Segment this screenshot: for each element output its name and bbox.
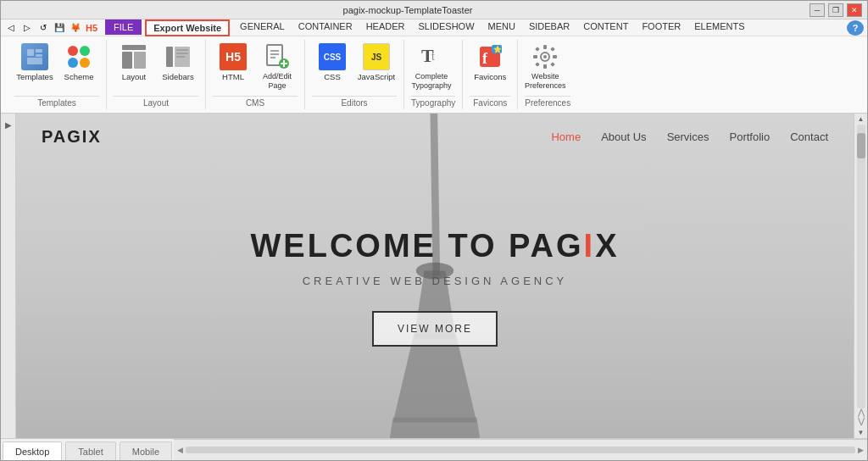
scheme-icon [65,43,92,70]
svg-rect-32 [550,47,555,52]
scroll-h-track[interactable] [186,447,855,453]
ribbon-group-preferences-items: WebsitePreferences [525,40,570,94]
addpage-button[interactable]: Add/EditPage [257,40,298,94]
bottombar: Desktop Tablet Mobile ◀ ▶ [1,438,867,460]
main-area: ▶ [1,114,867,438]
toolbar-icons: ◁ ▷ ↺ 💾 🦊 H5 [4,21,98,35]
menu-container[interactable]: CONTAINER [292,19,359,36]
scheme-button[interactable]: Scheme [58,40,99,85]
horizontal-scrollbar: ◀ ▶ [174,439,867,460]
scroll-double-down[interactable]: ⋁ [858,417,865,425]
favicons-label: Favicons [474,72,506,81]
addpage-icon [264,43,291,70]
ribbon-group-preferences: WebsitePreferences Preferences [518,40,577,109]
save-icon[interactable]: 💾 [53,21,66,35]
ribbon-group-typography: T t CompleteTypography Typography [404,40,463,109]
menu-elements[interactable]: ELEMENTS [687,19,751,36]
menu-header[interactable]: HEADER [359,19,412,36]
svg-rect-34 [550,62,555,67]
sidebar-toggle[interactable]: ▶ [1,114,16,438]
scroll-down-button[interactable]: ▼ [858,429,865,436]
refresh-icon[interactable]: ↺ [36,21,50,35]
sidebars-icon [164,43,192,70]
export-website-button[interactable]: Export Website [145,19,230,36]
css-label: CSS [324,72,341,81]
svg-rect-33 [535,62,540,67]
firefox-icon[interactable]: 🦊 [69,21,82,35]
svg-rect-27 [543,45,547,49]
ribbon-group-cms-items: H5 HTML [213,40,298,94]
svg-rect-4 [122,45,146,50]
scroll-up-button[interactable]: ▲ [858,115,865,123]
layout-icon [120,43,147,70]
nav-item-about[interactable]: About Us [601,131,646,143]
javascript-button[interactable]: JS JavaScript [356,40,397,85]
scroll-right-button[interactable]: ▶ [858,446,864,454]
svg-rect-28 [543,64,547,69]
scroll-thumb[interactable] [857,133,865,158]
html-label: HTML [222,72,244,81]
help-button[interactable]: ? [847,20,864,36]
menu-sidebar[interactable]: SIDEBAR [522,19,576,36]
hero-title-prefix: WELCOME TO PAG [250,228,583,264]
ribbon-group-layout: Layout Sidebars [107,40,206,109]
svg-rect-29 [533,55,537,58]
svg-marker-39 [382,417,487,438]
website-preview: PAGIX Home About Us Services Portfolio C… [16,114,854,438]
tab-mobile[interactable]: Mobile [120,442,172,460]
site-logo: PAGIX [42,127,102,147]
addpage-label: Add/EditPage [263,72,292,91]
tab-desktop[interactable]: Desktop [3,442,62,460]
favicons-button[interactable]: f ⭐ Favicons [470,40,510,85]
menu-menu[interactable]: MENU [481,19,522,36]
titlebar: pagix-mockup-TemplateToaster ─ ❐ ✕ [1,1,867,19]
scroll-left-button[interactable]: ◀ [177,446,183,454]
menu-file[interactable]: FILE [105,19,142,35]
nav-item-services[interactable]: Services [667,131,709,143]
preferences-group-label: Preferences [525,96,570,109]
favicons-group-label: Favicons [470,96,510,109]
scroll-track[interactable] [857,125,865,408]
minimize-button[interactable]: ─ [810,3,825,17]
back-icon[interactable]: ◁ [4,21,18,35]
ribbon-group-favicons-items: f ⭐ Favicons [470,40,510,94]
layout-group-label: Layout [114,96,198,109]
sidebars-button[interactable]: Sidebars [158,40,198,85]
nav-item-home[interactable]: Home [551,131,581,143]
menu-items: FILE Export Website GENERAL CONTAINER HE… [105,19,752,36]
ribbon-content: Templates Scheme [1,36,867,113]
ribbon-group-typography-items: T t CompleteTypography [411,40,455,94]
layout-button[interactable]: Layout [114,40,154,85]
nav-menu: Home About Us Services Portfolio Contact [551,131,828,143]
preview-nav: PAGIX Home About Us Services Portfolio C… [16,114,854,160]
close-button[interactable]: ✕ [847,3,862,17]
restore-button[interactable]: ❐ [828,3,843,17]
menu-content[interactable]: CONTENT [576,19,635,36]
html5-bar-icon[interactable]: H5 [85,21,98,35]
templates-icon [21,43,48,70]
svg-rect-0 [27,49,34,56]
complete-button[interactable]: T t CompleteTypography [411,40,452,94]
nav-item-contact[interactable]: Contact [790,131,828,143]
webprefs-icon [531,43,559,70]
ribbon-group-editors-items: CSS CSS JS JavaScript [312,40,397,94]
html-button[interactable]: H5 HTML [213,40,253,85]
menu-slideshow[interactable]: SLIDESHOW [412,19,481,36]
css-button[interactable]: CSS CSS [312,40,353,85]
hero-cta-button[interactable]: VIEW MORE [372,311,498,347]
ribbon-group-templates: Templates Scheme [8,40,107,109]
tab-tablet[interactable]: Tablet [65,442,115,460]
svg-rect-1 [36,49,42,53]
menu-footer[interactable]: FOOTER [635,19,687,36]
templates-button[interactable]: Templates [14,40,55,85]
ribbon-group-layout-items: Layout Sidebars [114,40,198,94]
svg-rect-3 [27,58,42,64]
forward-icon[interactable]: ▷ [20,21,34,35]
editors-group-label: Editors [312,96,397,109]
menu-general[interactable]: GENERAL [233,19,292,36]
scheme-label: Scheme [64,72,94,81]
webprefs-button[interactable]: WebsitePreferences [525,40,565,94]
svg-rect-6 [134,52,146,69]
nav-item-portfolio[interactable]: Portfolio [729,131,770,143]
svg-rect-7 [166,47,173,67]
